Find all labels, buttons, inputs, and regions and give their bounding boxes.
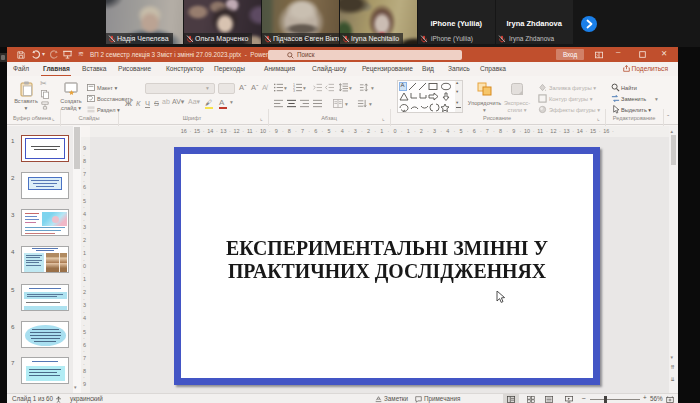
svg-text:3: 3 bbox=[293, 89, 295, 92]
